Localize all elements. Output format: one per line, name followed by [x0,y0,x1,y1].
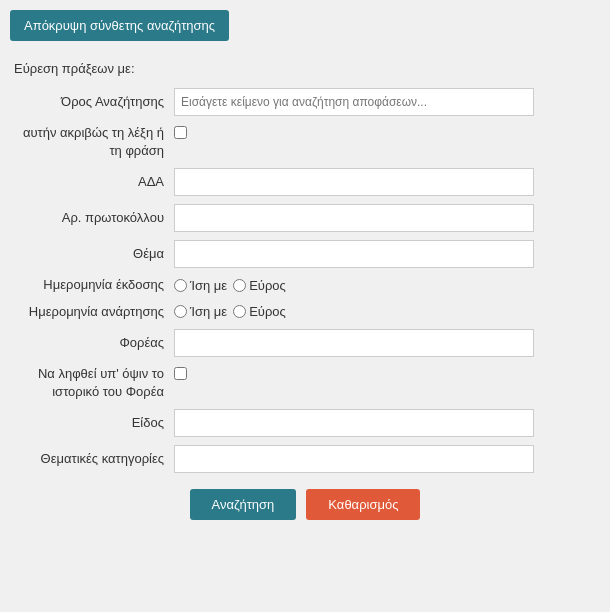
exact-phrase-row: αυτήν ακριβώς τη λέξη ή τη φράση [14,124,596,160]
search-term-input[interactable] [174,88,534,116]
thematic-label: Θεματικές κατηγορίες [14,450,174,468]
ada-row: ΑΔΑ [14,168,596,196]
ada-input[interactable] [174,168,534,196]
eidos-label: Είδος [14,414,174,432]
thematic-row: Θεματικές κατηγορίες [14,445,596,473]
post-date-option1-label[interactable]: Ίση με [174,304,227,319]
exact-phrase-checkbox[interactable] [174,126,187,139]
search-button[interactable]: Αναζήτηση [190,489,297,520]
issue-date-option1-label[interactable]: Ίση με [174,278,227,293]
toggle-advanced-search-button[interactable]: Απόκρυψη σύνθετης αναζήτησης [10,10,229,41]
post-date-row: Ημερομηνία ανάρτησης Ίση με Εύρος [14,303,596,321]
issue-date-radio-euros[interactable] [233,279,246,292]
subject-label: Θέμα [14,245,174,263]
history-checkbox[interactable] [174,367,187,380]
protocol-row: Αρ. πρωτοκόλλου [14,204,596,232]
protocol-label: Αρ. πρωτοκόλλου [14,209,174,227]
issue-date-label: Ημερομηνία έκδοσης [14,276,174,294]
post-date-option2-label[interactable]: Εύρος [233,304,286,319]
post-date-radio-euros[interactable] [233,305,246,318]
post-date-radio-group: Ίση με Εύρος [174,304,596,319]
search-panel: Εύρεση πράξεων με: Όρος Αναζήτησης αυτήν… [10,55,600,534]
foreus-input[interactable] [174,329,534,357]
search-term-label: Όρος Αναζήτησης [14,93,174,111]
exact-phrase-label: αυτήν ακριβώς τη λέξη ή τη φράση [14,124,174,160]
issue-date-option1-text: Ίση με [190,278,227,293]
issue-date-radio-group: Ίση με Εύρος [174,278,596,293]
post-date-label: Ημερομηνία ανάρτησης [14,303,174,321]
eidos-row: Είδος [14,409,596,437]
subject-input[interactable] [174,240,534,268]
issue-date-radio-isi[interactable] [174,279,187,292]
eidos-input[interactable] [174,409,534,437]
subject-row: Θέμα [14,240,596,268]
search-term-row: Όρος Αναζήτησης [14,88,596,116]
history-label: Να ληφθεί υπ' όψιν το ιστορικό του Φορέα [14,365,174,401]
clear-button[interactable]: Καθαρισμός [306,489,420,520]
main-container: Απόκρυψη σύνθετης αναζήτησης Εύρεση πράξ… [0,0,610,544]
foreus-label: Φορέας [14,334,174,352]
post-date-option1-text: Ίση με [190,304,227,319]
issue-date-option2-label[interactable]: Εύρος [233,278,286,293]
buttons-row: Αναζήτηση Καθαρισμός [14,489,596,520]
section-title: Εύρεση πράξεων με: [14,61,596,76]
ada-label: ΑΔΑ [14,173,174,191]
issue-date-row: Ημερομηνία έκδοσης Ίση με Εύρος [14,276,596,294]
foreus-row: Φορέας [14,329,596,357]
history-row: Να ληφθεί υπ' όψιν το ιστορικό του Φορέα [14,365,596,401]
thematic-input[interactable] [174,445,534,473]
issue-date-option2-text: Εύρος [249,278,286,293]
post-date-radio-isi[interactable] [174,305,187,318]
protocol-input[interactable] [174,204,534,232]
post-date-option2-text: Εύρος [249,304,286,319]
